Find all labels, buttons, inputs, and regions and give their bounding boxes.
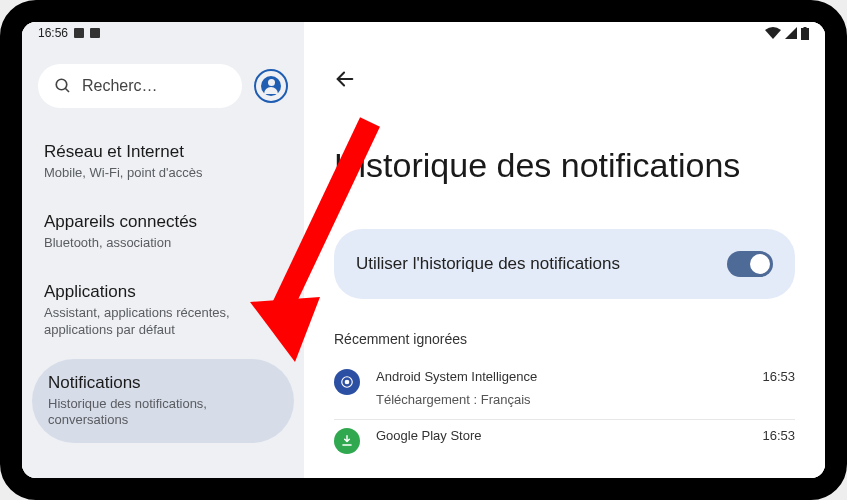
history-toggle-switch[interactable] [727,251,773,277]
target-icon [340,375,354,389]
account-avatar[interactable] [254,69,288,103]
notification-app-name: Android System Intelligence [376,369,746,384]
sidebar-item-title: Appareils connectés [44,212,282,232]
notification-list: Android System Intelligence Téléchargeme… [334,361,795,466]
sidebar-item-connected-devices[interactable]: Appareils connectés Bluetooth, associati… [22,198,304,268]
svg-line-3 [65,88,69,92]
sidebar-item-sub: Historique des notifications, conversati… [48,396,278,430]
status-time: 16:56 [38,26,68,40]
notification-detail: Téléchargement : Français [376,392,746,407]
sidebar-item-applications[interactable]: Applications Assistant, applications réc… [22,268,304,355]
arrow-left-icon [334,68,356,90]
status-icon-2 [90,28,100,38]
main-pane: Historique des notifications Utiliser l'… [304,22,825,478]
battery-icon [801,27,809,40]
back-button[interactable] [334,68,356,96]
person-icon [261,76,281,96]
notification-time: 16:53 [762,428,795,443]
download-icon [340,434,354,448]
notification-row[interactable]: Google Play Store 16:53 [334,420,795,466]
search-icon [54,77,72,95]
status-bar: 16:56 [22,22,825,44]
signal-icon [785,27,797,39]
tablet-frame: 16:56 Recherc… Réseau et [0,0,847,500]
app-icon [334,428,360,454]
notification-row[interactable]: Android System Intelligence Téléchargeme… [334,361,795,420]
page-title: Historique des notifications [334,146,795,185]
switch-thumb [750,254,770,274]
sidebar-item-title: Applications [44,282,282,302]
section-header-recent: Récemment ignorées [334,331,795,347]
settings-sidebar: Recherc… Réseau et Internet Mobile, Wi-F… [22,22,304,478]
wifi-icon [765,27,781,39]
sidebar-item-network[interactable]: Réseau et Internet Mobile, Wi-Fi, point … [22,128,304,198]
app-icon [334,369,360,395]
history-toggle-card[interactable]: Utiliser l'historique des notifications [334,229,795,299]
sidebar-item-sub: Assistant, applications récentes, applic… [44,305,282,339]
sidebar-item-title: Réseau et Internet [44,142,282,162]
svg-rect-0 [801,28,809,40]
screen: 16:56 Recherc… Réseau et [22,22,825,478]
search-placeholder: Recherc… [82,77,158,95]
toggle-label: Utiliser l'historique des notifications [356,254,620,274]
notification-app-name: Google Play Store [376,428,746,443]
notification-time: 16:53 [762,369,795,384]
svg-point-2 [56,79,67,90]
sidebar-item-notifications[interactable]: Notifications Historique des notificatio… [32,359,294,444]
sidebar-item-sub: Mobile, Wi-Fi, point d'accès [44,165,282,182]
sidebar-item-title: Notifications [48,373,278,393]
search-input[interactable]: Recherc… [38,64,242,108]
sidebar-item-sub: Bluetooth, association [44,235,282,252]
svg-point-6 [345,380,349,384]
status-icon-1 [74,28,84,38]
svg-rect-1 [804,27,807,29]
